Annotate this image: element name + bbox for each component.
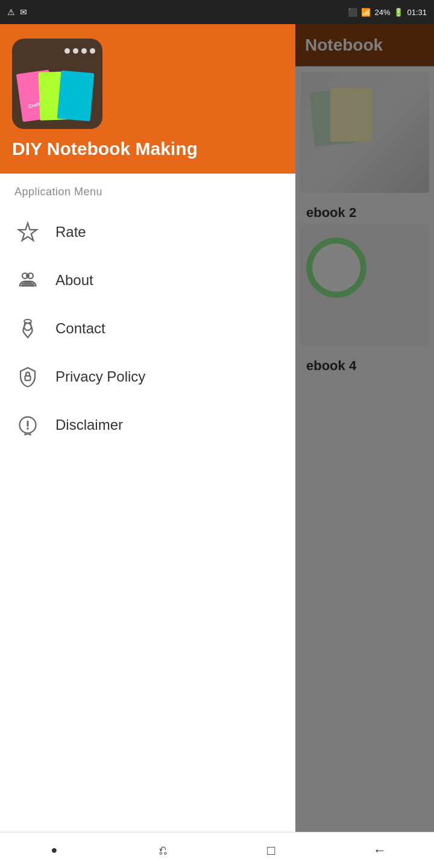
navigation-drawer: Craft Night Blog Post Craft Remedy DIY N… xyxy=(0,24,295,832)
menu-section-title: Application Menu xyxy=(0,186,295,208)
app-title: DIY Notebook Making xyxy=(12,139,198,159)
app-logo: Craft Night Blog Post Craft Remedy xyxy=(12,39,102,129)
status-right: ⬛ 📶 24% 🔋 01:31 xyxy=(348,8,427,17)
menu-item-contact[interactable]: Contact xyxy=(0,304,295,353)
menu-section: Application Menu Rate xyxy=(0,174,295,832)
recent-icon: ⎌ xyxy=(159,843,167,858)
drawer-header: Craft Night Blog Post Craft Remedy DIY N… xyxy=(0,24,295,174)
back-icon: ← xyxy=(373,843,386,858)
svg-rect-4 xyxy=(22,283,34,285)
logo-dot-2 xyxy=(73,48,78,54)
recent-button[interactable]: ⎌ xyxy=(145,832,181,869)
privacy-icon xyxy=(14,363,41,390)
bottom-navigation: ● ⎌ □ ← xyxy=(0,832,434,868)
disclaimer-label: Disclaimer xyxy=(55,417,123,433)
logo-dot-1 xyxy=(64,48,70,54)
contact-label: Contact xyxy=(55,320,105,337)
menu-item-privacy[interactable]: Privacy Policy xyxy=(0,353,295,401)
overview-icon: □ xyxy=(267,843,275,858)
home-button[interactable]: ● xyxy=(36,832,72,869)
rate-icon xyxy=(14,219,41,245)
menu-item-rate[interactable]: Rate xyxy=(0,208,295,256)
about-label: About xyxy=(55,272,93,289)
logo-dots xyxy=(64,48,95,54)
svg-rect-3 xyxy=(24,281,33,283)
logo-notebook-3: Craft Remedy xyxy=(57,71,95,121)
overview-button[interactable]: □ xyxy=(253,832,289,869)
logo-dot-3 xyxy=(81,48,87,54)
alert-icon: ⚠ xyxy=(7,7,15,17)
menu-item-disclaimer[interactable]: Disclaimer xyxy=(0,401,295,449)
disclaimer-icon xyxy=(14,412,41,438)
svg-point-2 xyxy=(26,274,30,278)
time-display: 01:31 xyxy=(407,8,427,17)
rate-label: Rate xyxy=(55,224,86,241)
svg-rect-5 xyxy=(20,285,35,287)
battery-percent: 24% xyxy=(374,8,390,17)
status-left: ⚠ ✉ xyxy=(7,7,27,17)
dim-overlay[interactable] xyxy=(295,24,434,832)
svg-point-11 xyxy=(27,427,29,430)
svg-rect-8 xyxy=(25,376,31,381)
contact-icon xyxy=(14,315,41,342)
status-bar: ⚠ ✉ ⬛ 📶 24% 🔋 01:31 xyxy=(0,0,434,24)
signal-icon: 📶 xyxy=(361,8,371,17)
menu-item-about[interactable]: About xyxy=(0,256,295,304)
sim-indicator: ⬛ xyxy=(348,8,357,17)
back-button[interactable]: ← xyxy=(362,832,398,869)
battery-icon: 🔋 xyxy=(394,8,403,17)
logo-dot-4 xyxy=(90,48,95,54)
about-icon xyxy=(14,267,41,294)
privacy-label: Privacy Policy xyxy=(55,368,145,385)
home-dot-icon: ● xyxy=(51,844,58,857)
mail-icon: ✉ xyxy=(20,7,27,17)
